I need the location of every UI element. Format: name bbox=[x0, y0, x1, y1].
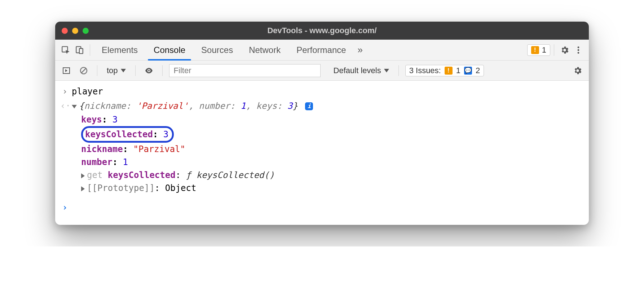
getter-name: keysCollected bbox=[108, 170, 176, 180]
minimize-window-icon[interactable] bbox=[72, 28, 78, 34]
preview-key-number: number: bbox=[199, 101, 235, 111]
issues-info-count: 2 bbox=[476, 66, 480, 75]
disclosure-right-icon[interactable] bbox=[81, 186, 85, 191]
separator bbox=[162, 65, 163, 76]
object-property-keyscollected[interactable]: keysCollected: 3 bbox=[60, 126, 584, 143]
maximize-window-icon[interactable] bbox=[83, 28, 89, 34]
live-expression-icon[interactable] bbox=[142, 64, 156, 77]
more-menu-icon[interactable] bbox=[572, 43, 585, 57]
prop-key-prototype: [[Prototype]] bbox=[87, 183, 155, 193]
prompt-icon: › bbox=[60, 201, 70, 214]
console-input-text[interactable]: player bbox=[72, 85, 103, 98]
prop-val-number: 1 bbox=[123, 157, 128, 167]
disclosure-right-icon[interactable] bbox=[81, 173, 85, 178]
preview-sep2: , bbox=[246, 101, 256, 111]
output-icon: ‹· bbox=[60, 99, 70, 112]
object-property-number[interactable]: number: 1 bbox=[60, 156, 584, 169]
svg-point-3 bbox=[578, 46, 579, 48]
window-title: DevTools - www.google.com/ bbox=[55, 26, 589, 35]
preview-key-nickname: nickname: bbox=[84, 101, 131, 111]
issues-warn-count: 1 bbox=[456, 66, 460, 75]
close-window-icon[interactable] bbox=[62, 28, 68, 34]
issues-button[interactable]: 3 Issues: ! 1 💬 2 bbox=[405, 65, 484, 76]
filter-input[interactable] bbox=[169, 64, 321, 77]
getter-signature: ƒ keysCollected() bbox=[186, 170, 275, 180]
traffic-lights bbox=[55, 28, 89, 34]
prop-key-number: number bbox=[81, 157, 113, 167]
settings-icon[interactable] bbox=[558, 43, 572, 57]
object-property-getter[interactable]: get keysCollected: ƒ keysCollected() bbox=[60, 169, 584, 182]
tab-performance[interactable]: Performance bbox=[288, 40, 354, 60]
tab-sources[interactable]: Sources bbox=[193, 40, 241, 60]
info-icon: 💬 bbox=[464, 67, 472, 75]
object-preview[interactable]: {nickname: 'Parzival', number: 1, keys: … bbox=[72, 99, 313, 112]
inspect-element-icon[interactable] bbox=[59, 43, 72, 57]
object-property-keys[interactable]: keys: 3 bbox=[60, 113, 584, 126]
highlight-annotation: keysCollected: 3 bbox=[81, 126, 174, 143]
device-toolbar-icon[interactable] bbox=[72, 43, 86, 57]
clear-console-icon[interactable] bbox=[77, 64, 91, 77]
separator bbox=[90, 44, 90, 56]
separator bbox=[135, 65, 136, 76]
prop-key-keyscollected: keysCollected bbox=[85, 129, 153, 139]
object-property-nickname[interactable]: nickname: "Parzival" bbox=[60, 143, 584, 156]
titlebar: DevTools - www.google.com/ bbox=[55, 22, 589, 40]
warning-icon: ! bbox=[531, 46, 539, 54]
console-toolbar: top Default levels 3 Issues: ! 1 💬 2 bbox=[55, 61, 589, 81]
prop-val-keyscollected: 3 bbox=[163, 129, 168, 139]
warning-count: 1 bbox=[542, 45, 546, 55]
issues-label: 3 Issues: bbox=[409, 66, 441, 75]
preview-sep1: , bbox=[188, 101, 199, 111]
warning-icon: ! bbox=[445, 67, 453, 75]
chevron-down-icon bbox=[384, 69, 389, 72]
brace-close: } bbox=[292, 101, 297, 111]
disclosure-down-icon[interactable] bbox=[72, 105, 77, 108]
tab-console[interactable]: Console bbox=[146, 40, 193, 60]
tabs-overflow-icon[interactable]: » bbox=[354, 40, 366, 60]
svg-rect-2 bbox=[79, 48, 83, 53]
preview-val-number: 1 bbox=[241, 101, 246, 111]
separator bbox=[97, 65, 97, 76]
console-output-row: ‹· {nickname: 'Parzival', number: 1, key… bbox=[60, 99, 584, 113]
tab-elements[interactable]: Elements bbox=[94, 40, 146, 60]
getter-prefix: get bbox=[87, 170, 108, 180]
info-badge-icon[interactable]: i bbox=[305, 102, 313, 110]
preview-key-keys: keys: bbox=[256, 101, 282, 111]
svg-point-5 bbox=[578, 52, 579, 54]
tab-network[interactable]: Network bbox=[241, 40, 288, 60]
toggle-sidebar-icon[interactable] bbox=[59, 64, 73, 77]
console-warnings-badge[interactable]: ! 1 bbox=[527, 44, 550, 56]
separator bbox=[398, 65, 399, 76]
preview-val-keys: 3 bbox=[287, 101, 292, 111]
preview-val-nickname: 'Parzival' bbox=[136, 101, 189, 111]
svg-point-9 bbox=[148, 70, 149, 71]
chevron-down-icon bbox=[121, 69, 126, 72]
separator bbox=[554, 44, 554, 56]
prompt-icon: › bbox=[60, 85, 70, 98]
svg-point-4 bbox=[578, 49, 579, 51]
prop-val-nickname: "Parzival" bbox=[133, 144, 186, 154]
devtools-tab-bar: Elements Console Sources Network Perform… bbox=[55, 40, 589, 61]
levels-selector-label: Default levels bbox=[334, 66, 381, 75]
prop-val-keys: 3 bbox=[113, 115, 118, 125]
prop-key-keys: keys bbox=[81, 115, 102, 125]
devtools-window: DevTools - www.google.com/ Elements Cons… bbox=[55, 22, 589, 225]
object-property-prototype[interactable]: [[Prototype]]: Object bbox=[60, 182, 584, 195]
console-input-row: › player bbox=[60, 84, 584, 99]
console-settings-icon[interactable] bbox=[571, 64, 585, 77]
context-selector-label: top bbox=[107, 66, 118, 75]
context-selector[interactable]: top bbox=[104, 66, 129, 75]
prop-key-nickname: nickname bbox=[81, 144, 123, 154]
svg-line-8 bbox=[81, 68, 86, 73]
console-prompt-row[interactable]: › bbox=[60, 200, 584, 215]
levels-selector[interactable]: Default levels bbox=[331, 66, 392, 75]
console-pane: › player ‹· {nickname: 'Parzival', numbe… bbox=[55, 81, 589, 225]
brace-open: { bbox=[79, 101, 84, 111]
prop-val-prototype: Object bbox=[165, 183, 197, 193]
